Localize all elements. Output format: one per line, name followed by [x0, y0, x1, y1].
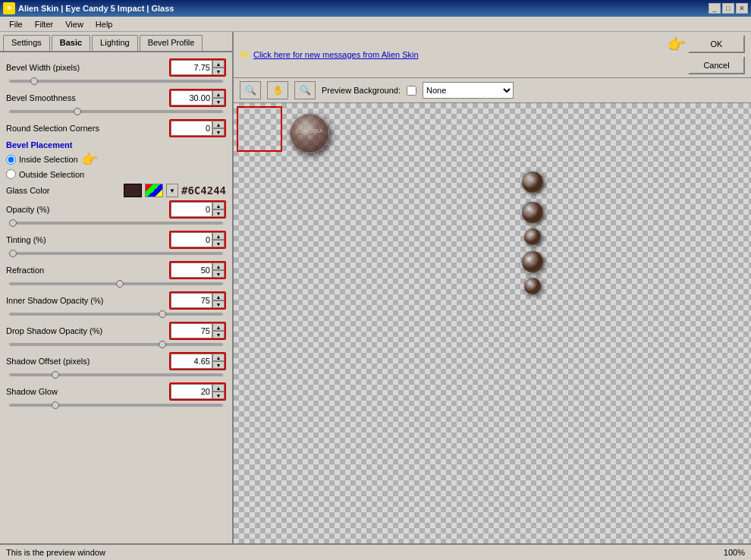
menu-view[interactable]: View	[59, 18, 90, 30]
opacity-input[interactable]	[171, 202, 212, 217]
bevel-smoothness-slider-track	[9, 110, 223, 113]
menu-help[interactable]: Help	[90, 18, 119, 30]
refraction-up[interactable]: ▲	[212, 263, 225, 270]
bevel-smoothness-input[interactable]	[171, 90, 212, 105]
inner-shadow-down[interactable]: ▼	[212, 300, 225, 308]
shadow-offset-input[interactable]	[171, 354, 212, 369]
zoom-fit-button[interactable]: 🔍	[294, 81, 316, 99]
opacity-spinbuttons: ▲ ▼	[212, 202, 225, 217]
shadow-offset-slider-thumb[interactable]	[52, 371, 59, 379]
shadow-offset-down[interactable]: ▼	[212, 361, 225, 369]
bevel-width-down[interactable]: ▼	[212, 68, 225, 75]
color-swatch[interactable]	[124, 184, 142, 197]
color-palette-button[interactable]	[145, 184, 163, 197]
bevel-smoothness-up[interactable]: ▲	[212, 90, 225, 98]
menu-file[interactable]: File	[3, 18, 29, 30]
shadow-glow-slider-thumb[interactable]	[52, 401, 59, 409]
bevel-width-label: Bevel Width (pixels)	[6, 63, 169, 72]
inner-shadow-slider-thumb[interactable]	[159, 310, 166, 318]
logo-text: CLAUDIA	[296, 127, 323, 134]
bevel-smoothness-down[interactable]: ▼	[212, 98, 225, 105]
preview-thumbnail	[237, 106, 282, 152]
color-dropdown-button[interactable]: ▼	[166, 184, 178, 197]
bevel-smoothness-slider-thumb[interactable]	[74, 108, 81, 115]
shadow-glow-up[interactable]: ▲	[212, 384, 225, 392]
opacity-slider-thumb[interactable]	[9, 219, 17, 227]
cancel-button[interactable]: Cancel	[688, 56, 745, 74]
tinting-down[interactable]: ▼	[212, 240, 225, 247]
opacity-up[interactable]: ▲	[212, 202, 225, 209]
checkered-background: CLAUDIA ★	[234, 103, 751, 543]
drop-shadow-up[interactable]: ▲	[212, 323, 225, 331]
alien-skin-link[interactable]: Click here for new messages from Alien S…	[253, 50, 419, 59]
drop-shadow-input[interactable]	[171, 323, 212, 338]
tinting-input[interactable]	[171, 232, 212, 247]
zoom-in-button[interactable]: 🔍	[240, 81, 261, 99]
opacity-spinner[interactable]: ▲ ▼	[169, 200, 226, 219]
bevel-width-slider-thumb[interactable]	[30, 77, 38, 85]
opacity-down[interactable]: ▼	[212, 209, 225, 217]
tab-basic[interactable]: Basic	[52, 35, 90, 51]
round-corners-down[interactable]: ▼	[212, 128, 225, 136]
tinting-label: Tinting (%)	[6, 235, 169, 244]
preview-bg-checkbox[interactable]	[407, 86, 416, 96]
minimize-button[interactable]: _	[709, 3, 721, 14]
left-panel: Settings Basic Lighting Bevel Profile Be…	[0, 32, 234, 543]
bevel-smoothness-row: Bevel Smoothness ▲ ▼	[6, 89, 226, 107]
round-corners-spinner[interactable]: ▲ ▼	[169, 119, 226, 137]
bevel-smoothness-spinner[interactable]: ▲ ▼	[169, 89, 226, 107]
refraction-spinner[interactable]: ▲ ▼	[169, 261, 226, 279]
bevel-width-input[interactable]	[171, 60, 212, 75]
tinting-slider-thumb[interactable]	[9, 250, 17, 257]
close-button[interactable]: ✕	[736, 3, 748, 14]
shadow-glow-down[interactable]: ▼	[212, 392, 225, 399]
pan-button[interactable]: ✋	[267, 81, 288, 99]
tinting-spinner[interactable]: ▲ ▼	[169, 231, 226, 249]
email-icon: ✉	[240, 49, 249, 61]
bevel-width-up[interactable]: ▲	[212, 60, 225, 68]
pointing-hand-icon: 👉	[81, 151, 98, 168]
ok-button[interactable]: OK	[688, 35, 745, 53]
tab-bevel-profile[interactable]: Bevel Profile	[140, 35, 203, 51]
opacity-slider-track	[9, 222, 223, 225]
round-corners-spinbuttons: ▲ ▼	[212, 121, 225, 136]
bevel-width-spinner[interactable]: ▲ ▼	[169, 58, 226, 77]
preview-bg-label: Preview Background:	[322, 86, 401, 95]
app-icon: 👁	[3, 2, 15, 14]
inside-selection-row: Inside Selection 👉	[6, 151, 226, 168]
inside-selection-radio[interactable]	[6, 155, 16, 165]
drop-shadow-spinner[interactable]: ▲ ▼	[169, 322, 226, 340]
refraction-input[interactable]	[171, 263, 212, 278]
refraction-label: Refraction	[6, 266, 169, 275]
maximize-button[interactable]: □	[722, 3, 734, 14]
shadow-glow-spinner[interactable]: ▲ ▼	[169, 382, 226, 401]
glass-orb-2	[522, 202, 543, 223]
outside-selection-radio[interactable]	[6, 169, 16, 179]
inner-shadow-slider-container	[6, 313, 226, 316]
drop-shadow-slider-thumb[interactable]	[159, 341, 166, 348]
round-corners-up[interactable]: ▲	[212, 121, 225, 128]
inner-shadow-spinner[interactable]: ▲ ▼	[169, 291, 226, 310]
shadow-offset-spinner[interactable]: ▲ ▼	[169, 352, 226, 370]
refraction-down[interactable]: ▼	[212, 270, 225, 278]
tab-lighting[interactable]: Lighting	[92, 35, 138, 51]
shadow-glow-input[interactable]	[171, 384, 212, 399]
drop-shadow-slider-track	[9, 343, 223, 346]
round-corners-input[interactable]	[171, 121, 212, 136]
status-bar: This is the preview window 100%	[0, 543, 751, 560]
opacity-slider-container	[6, 222, 226, 225]
ok-hand-icon: 👈	[668, 35, 687, 53]
menu-filter[interactable]: Filter	[29, 18, 59, 30]
inner-shadow-up[interactable]: ▲	[212, 293, 225, 300]
tab-settings[interactable]: Settings	[3, 35, 50, 51]
bevel-width-slider-container	[6, 80, 226, 83]
glass-color-label: Glass Color	[6, 186, 121, 195]
inner-shadow-input[interactable]	[171, 293, 212, 308]
drop-shadow-down[interactable]: ▼	[212, 331, 225, 338]
tinting-up[interactable]: ▲	[212, 232, 225, 240]
refraction-slider-container	[6, 282, 226, 285]
preview-bg-select[interactable]: None	[423, 82, 514, 99]
refraction-slider-thumb[interactable]	[116, 280, 124, 288]
inside-selection-label: Inside Selection	[19, 155, 78, 164]
shadow-offset-up[interactable]: ▲	[212, 354, 225, 361]
